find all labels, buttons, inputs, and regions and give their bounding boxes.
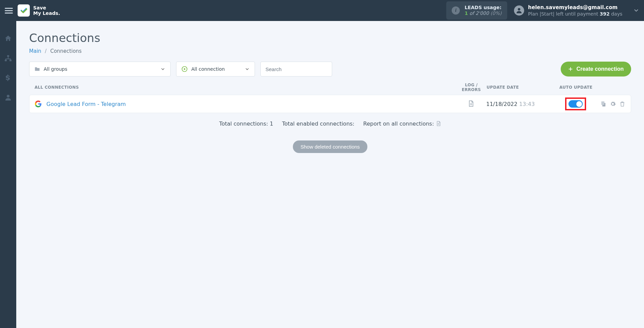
logo-icon [18,4,30,17]
breadcrumb-root[interactable]: Main [29,48,41,54]
groups-select[interactable]: All groups [29,62,171,76]
folder-icon [34,66,40,72]
dollar-icon[interactable] [4,74,12,82]
connection-select[interactable]: All connection [176,62,255,76]
update-date: 11/18/2022 13:43 [486,101,559,107]
breadcrumb-current: Connections [50,48,82,54]
summary-row: Total connections: 1 Total enabled conne… [29,121,631,127]
log-document-icon[interactable] [468,100,474,107]
info-icon: i [452,6,460,15]
leads-usage-label: LEADS usage: [465,5,501,10]
trash-icon[interactable] [619,101,625,107]
sidebar [0,21,16,328]
user-email: helen.savemyleads@gmail.com [528,4,622,10]
svg-rect-7 [601,102,604,105]
col-name: ALL CONNECTIONS [33,85,456,90]
search-input[interactable] [260,62,332,76]
col-auto: AUTO UPDATE [559,85,593,90]
plus-icon [568,67,573,71]
user-plan: Plan |Start| left until payment 392 days [528,11,622,17]
sitemap-icon[interactable] [4,54,12,62]
svg-rect-1 [7,55,9,57]
report-all: Report on all connections: [363,121,441,127]
chevron-down-icon [160,66,166,72]
connection-link[interactable]: Google Lead Form - Telegram [46,101,126,107]
chevron-down-icon [633,7,639,14]
col-log: LOG / ERRORS [456,83,487,92]
auto-update-toggle[interactable] [568,100,583,108]
menu-icon[interactable] [5,6,13,15]
main-content: Connections Main / Connections All group… [16,21,644,328]
svg-point-0 [518,8,520,10]
table-row: Google Lead Form - Telegram 11/18/2022 1… [29,95,631,113]
svg-rect-3 [9,60,12,61]
brand-name: Save My Leads. [33,5,60,16]
page-title: Connections [29,31,631,45]
user-icon[interactable] [4,93,12,102]
leads-usage-value: 1 of 2'000 (0%) [465,10,501,16]
brand-line2: My Leads. [33,10,60,16]
connection-value: All connection [191,66,225,72]
gear-icon[interactable] [610,101,616,107]
top-bar: Save My Leads. i LEADS usage: 1 of 2'000… [0,0,644,21]
breadcrumb: Main / Connections [29,48,631,54]
groups-value: All groups [44,66,67,72]
google-icon [35,101,42,107]
total-connections: Total connections: 1 [219,121,273,127]
leads-usage-box[interactable]: i LEADS usage: 1 of 2'000 (0%) [446,1,507,20]
svg-rect-2 [5,60,7,61]
col-date: UPDATE DATE [487,85,559,90]
total-enabled: Total enabled connections: [282,121,355,127]
home-icon[interactable] [4,35,12,43]
chevron-down-icon [244,66,250,72]
report-document-icon[interactable] [436,121,441,126]
avatar-icon [514,5,524,16]
user-menu[interactable]: helen.savemyleads@gmail.com Plan |Start|… [514,4,639,17]
svg-point-4 [7,95,9,97]
table-header: ALL CONNECTIONS LOG / ERRORS UPDATE DATE… [29,83,631,92]
play-circle-icon [181,66,188,72]
create-connection-button[interactable]: Create connection [561,62,631,76]
filter-bar: All groups All connection Create connect… [29,62,631,76]
show-deleted-button[interactable]: Show deleted connections [293,140,367,153]
brand-line1: Save [33,5,60,10]
copy-icon[interactable] [600,101,606,107]
auto-update-highlight [565,97,586,110]
